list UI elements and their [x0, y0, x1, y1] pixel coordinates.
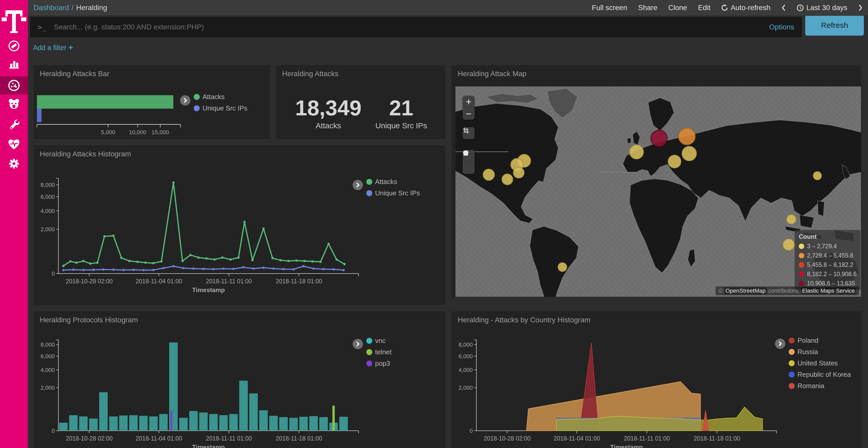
- attacks-line-chart[interactable]: 02,0004,0006,0008,0002018-10-28 02:00201…: [34, 146, 445, 305]
- edit-button[interactable]: Edit: [698, 4, 710, 12]
- data-point: [92, 269, 95, 271]
- attack-bubble[interactable]: [783, 239, 795, 250]
- attack-bubble[interactable]: [483, 169, 494, 180]
- top-actions: Full screen Share Clone Edit Auto-refres…: [592, 4, 868, 12]
- data-point: [103, 235, 106, 238]
- time-range-picker[interactable]: Last 30 days: [797, 4, 847, 12]
- breadcrumb: Dashboard/Heralding: [34, 4, 107, 12]
- auto-refresh-button[interactable]: Auto-refresh: [721, 4, 770, 12]
- data-point: [172, 181, 175, 184]
- legend-toggle-button[interactable]: [352, 339, 363, 349]
- legend-toggle-button[interactable]: [180, 95, 190, 106]
- legend-item[interactable]: 10,908.6 – 13,635: [799, 280, 857, 287]
- legend-item[interactable]: 3 – 2,729.4: [799, 243, 857, 250]
- bar-unique-src-ips: [37, 109, 41, 122]
- query-prompt-icon: >_: [38, 23, 46, 31]
- legend-item[interactable]: 5,455.8 – 8,182.2: [799, 262, 857, 268]
- attack-bubble[interactable]: [786, 215, 796, 224]
- bar: [139, 416, 148, 431]
- legend-item[interactable]: 8,182.2 – 10,908.6: [799, 271, 857, 278]
- data-point: [272, 267, 275, 270]
- kibana-dashboard: { "sidebar": { "brand": "T", "items": [ …: [0, 0, 868, 448]
- add-filter-button[interactable]: Add a filter+: [33, 43, 73, 52]
- openstreetmap-link[interactable]: OpenStreetMap: [724, 287, 767, 294]
- legend-item[interactable]: Russia: [789, 348, 851, 356]
- top-nav-bar: Dashboard/Heralding Full screen Share Cl…: [28, 0, 868, 16]
- data-point: [144, 262, 147, 264]
- legend-item[interactable]: Republic of Korea: [789, 371, 851, 379]
- legend-label: telnet: [375, 348, 392, 356]
- svg-text:2018-11-18 01:00: 2018-11-18 01:00: [693, 435, 740, 442]
- data-point: [282, 268, 285, 270]
- attack-bubble[interactable]: [813, 172, 822, 180]
- clone-button[interactable]: Clone: [668, 4, 687, 12]
- sidebar-item-dev-tools[interactable]: [0, 115, 28, 133]
- attack-bubble[interactable]: [558, 263, 567, 272]
- attack-bubble[interactable]: [679, 128, 695, 145]
- search-input[interactable]: [54, 23, 764, 32]
- search-box[interactable]: >_ Options: [30, 17, 802, 37]
- world-map[interactable]: + − Cou: [456, 87, 861, 297]
- panel-protocols-histogram: Heralding Protocols Histogram 02,0004,00…: [34, 311, 445, 448]
- protocols-bar-chart[interactable]: 02,0004,0006,0008,0002018-10-28 02:00201…: [34, 312, 445, 448]
- legend-item[interactable]: Poland: [789, 337, 851, 345]
- legend-item[interactable]: pop3: [366, 359, 392, 368]
- attack-bubble[interactable]: [629, 145, 644, 159]
- legend-item[interactable]: Attacks: [194, 93, 247, 101]
- breadcrumb-dashboard-link[interactable]: Dashboard: [34, 4, 69, 12]
- time-range-back-button[interactable]: [781, 4, 786, 11]
- legend-color-dot: [789, 383, 795, 389]
- elastic-maps-service-link[interactable]: Elastic Maps Service: [801, 287, 856, 294]
- legend-item[interactable]: Attacks: [366, 178, 420, 186]
- legend-label: Poland: [798, 337, 818, 345]
- legend-item[interactable]: Unique Src IPs: [194, 104, 247, 112]
- attack-bubble[interactable]: [502, 174, 513, 185]
- data-point: [172, 265, 175, 267]
- bar: [229, 414, 238, 431]
- t-mobile-logo[interactable]: [0, 10, 28, 33]
- legend-color-dot: [366, 349, 372, 355]
- sidebar-item-discover[interactable]: [0, 37, 28, 55]
- legend-item[interactable]: vnc: [366, 337, 392, 345]
- legend-item[interactable]: United States: [789, 359, 851, 367]
- data-point: [152, 262, 154, 264]
- sidebar-item-visualize[interactable]: [0, 56, 28, 73]
- legend-label: Attacks: [203, 93, 224, 101]
- legend-toggle-button[interactable]: [352, 180, 363, 190]
- data-point: [142, 269, 145, 271]
- legend-item[interactable]: Romania: [789, 382, 851, 390]
- data-point: [136, 261, 138, 263]
- attack-bubble[interactable]: [651, 130, 667, 146]
- legend-item[interactable]: telnet: [366, 348, 392, 356]
- wrench-icon: [8, 118, 20, 130]
- sidebar-item-timelion[interactable]: [0, 95, 28, 113]
- data-point: [62, 265, 65, 267]
- legend-color-dot: [366, 338, 372, 344]
- chevron-right-icon: [355, 341, 361, 347]
- query-options-link[interactable]: Options: [769, 23, 795, 31]
- attack-bubble[interactable]: [513, 167, 524, 178]
- sidebar-item-monitoring[interactable]: [0, 136, 28, 153]
- data-point: [120, 257, 123, 259]
- share-button[interactable]: Share: [638, 4, 657, 12]
- refresh-button[interactable]: Refresh: [805, 15, 864, 36]
- bear-icon: [8, 98, 20, 110]
- sidebar-item-management[interactable]: [0, 155, 28, 172]
- legend-item[interactable]: 2,729.4 – 5,455.8: [799, 252, 857, 259]
- draw-rectangle-button[interactable]: [463, 162, 474, 174]
- crop-fit-button[interactable]: [463, 127, 474, 139]
- bar: [319, 417, 328, 431]
- data-point: [152, 269, 154, 271]
- data-point: [96, 262, 99, 264]
- full-screen-button[interactable]: Full screen: [592, 4, 627, 12]
- data-point: [132, 269, 134, 271]
- legend-toggle-button[interactable]: [775, 339, 785, 349]
- bar: [269, 416, 278, 431]
- time-range-forward-button[interactable]: [858, 4, 863, 11]
- legend-item[interactable]: Unique Src IPs: [366, 189, 420, 197]
- zoom-out-button[interactable]: −: [463, 108, 474, 120]
- attack-bubble[interactable]: [668, 155, 681, 168]
- attack-bubble[interactable]: [682, 146, 696, 161]
- sidebar-item-dashboard[interactable]: [0, 76, 28, 95]
- zoom-in-button[interactable]: +: [463, 96, 474, 108]
